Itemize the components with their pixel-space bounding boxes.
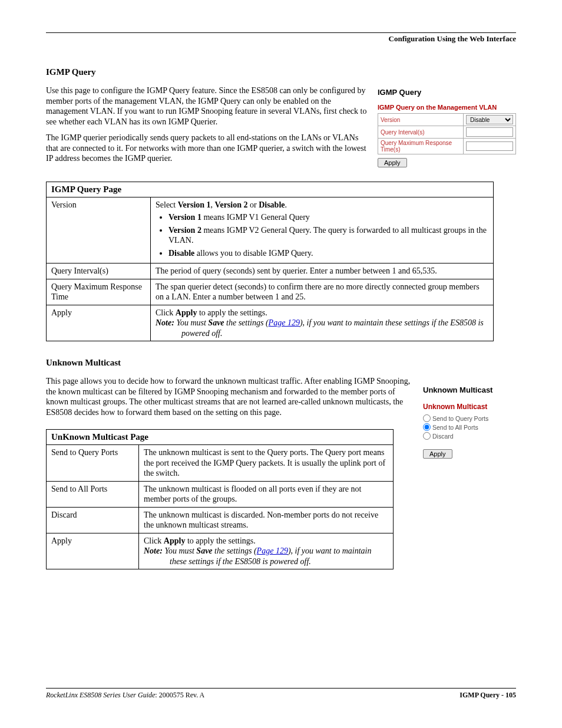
row-apply-desc: Click Apply to apply the settings. Note:… (151, 305, 494, 341)
igmp-para1: Use this page to configure the IGMP Quer… (46, 85, 367, 127)
row-um-apply-desc: Click Apply to apply the settings. Note:… (139, 533, 394, 569)
row-qmrt-desc: The span querier detect (seconds) to con… (151, 279, 494, 305)
qmrt-input[interactable] (466, 141, 513, 151)
interval-input[interactable] (466, 127, 513, 137)
igmp-heading: IGMP Query (46, 67, 516, 77)
row-version-desc: Select Version 1, Version 2 or Disable. … (151, 197, 494, 263)
row-discard-label: Discard (47, 507, 139, 533)
row-version-label: Version (47, 197, 151, 263)
row-interval-desc: The period of query (seconds) sent by qu… (151, 263, 494, 279)
um-heading: Unknown Multicast (46, 358, 516, 368)
interval-label: Query Interval(s) (378, 126, 464, 139)
igmp-para2: The IGMP querier periodically sends quer… (46, 133, 367, 164)
um-table-caption: UnKnown Multicast Page (47, 430, 394, 445)
igmp-panel: IGMP Query IGMP Query on the Management … (378, 88, 516, 167)
row-qmrt-label: Query Maximum Response Time (47, 279, 151, 305)
um-param-table: UnKnown Multicast Page Send to Query Por… (46, 429, 394, 569)
row-sap-desc: The unknown multicast is flooded on all … (139, 481, 394, 507)
page-129-link[interactable]: Page 129 (269, 318, 300, 327)
footer-left: RocketLinx ES8508 Series User Guide: 200… (46, 691, 204, 700)
um-panel: Unknown Multicast Unknown Multicast Send… (423, 386, 505, 459)
radio-opt2-input[interactable] (423, 423, 431, 431)
page-129-link-2[interactable]: Page 129 (257, 546, 288, 555)
page-footer: RocketLinx ES8508 Series User Guide: 200… (46, 688, 516, 700)
footer-right: IGMP Query - 105 (459, 691, 516, 700)
radio-send-query-ports[interactable]: Send to Query Ports (423, 414, 505, 422)
row-um-apply-label: Apply (47, 533, 139, 569)
um-apply-button[interactable]: Apply (423, 449, 452, 459)
row-discard-desc: The unknown multicast is discarded. Non-… (139, 507, 394, 533)
row-sap-label: Send to All Ports (47, 481, 139, 507)
igmp-apply-button[interactable]: Apply (378, 158, 407, 167)
row-apply-label: Apply (47, 305, 151, 341)
radio-opt1-label: Send to Query Ports (432, 415, 488, 422)
um-para: This page allows you to decide how to fo… (46, 376, 412, 417)
header-rule (46, 32, 516, 33)
radio-opt1-input[interactable] (423, 414, 431, 422)
radio-opt3-input[interactable] (423, 432, 431, 440)
row-interval-label: Query Interval(s) (47, 263, 151, 279)
igmp-param-table: IGMP Query Page Version Select Version 1… (46, 182, 494, 342)
qmrt-label: Query Maximum Response Time(s) (378, 139, 464, 154)
row-sqp-label: Send to Query Ports (47, 445, 139, 482)
row-sqp-desc: The unknown multicast is sent to the Que… (139, 445, 394, 482)
um-panel-title: Unknown Multicast (423, 386, 505, 394)
radio-send-all-ports[interactable]: Send to All Ports (423, 423, 505, 431)
running-header: Configuration Using the Web Interface (46, 34, 516, 44)
radio-opt2-label: Send to All Ports (432, 424, 478, 431)
igmp-panel-title: IGMP Query (378, 88, 516, 97)
radio-opt3-label: Discard (432, 433, 454, 440)
version-select[interactable]: Disable (466, 115, 513, 124)
igmp-table-caption: IGMP Query Page (47, 182, 494, 197)
footer-rule (46, 688, 516, 689)
um-panel-subtitle: Unknown Multicast (423, 403, 505, 411)
igmp-panel-subtitle: IGMP Query on the Management VLAN (378, 104, 516, 111)
version-label: Version (378, 114, 464, 126)
radio-discard[interactable]: Discard (423, 432, 505, 440)
igmp-panel-table: Version Disable Query Interval(s) Query … (378, 113, 516, 154)
